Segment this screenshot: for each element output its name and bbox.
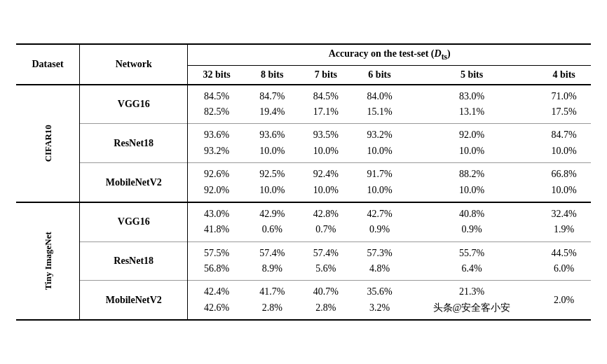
accuracy-cell: 57.5%56.8% <box>188 241 245 281</box>
accuracy-cell: 43.0%41.8% <box>188 202 245 241</box>
accuracy-cell: 66.8%10.0% <box>537 163 591 202</box>
bits-4: 4 bits <box>537 65 591 85</box>
accuracy-cell: 42.4%42.6% <box>188 281 245 320</box>
dataset-header: Dataset <box>16 44 80 85</box>
accuracy-cell: 88.2%10.0% <box>407 163 537 202</box>
accuracy-cell: 55.7%6.4% <box>407 241 537 281</box>
accuracy-cell: 93.6%93.2% <box>188 124 245 163</box>
bits-32: 32 bits <box>188 65 245 85</box>
accuracy-cell: 32.4%1.9% <box>537 202 591 241</box>
dataset-cell: CIFAR10 <box>16 85 80 202</box>
accuracy-cell: 42.9%0.6% <box>245 202 299 241</box>
accuracy-cell: 44.5%6.0% <box>537 241 591 281</box>
table-row: ResNet1857.5%56.8%57.4%8.9%57.4%5.6%57.3… <box>16 241 591 281</box>
accuracy-cell: 40.8%0.9% <box>407 202 537 241</box>
accuracy-header: Accuracy on the test-set (Dts) <box>188 44 591 65</box>
bits-7: 7 bits <box>299 65 353 85</box>
accuracy-cell: 84.0%15.1% <box>353 85 407 124</box>
accuracy-cell: 35.6%3.2% <box>353 281 407 320</box>
table-row: MobileNetV242.4%42.6%41.7%2.8%40.7%2.8%3… <box>16 281 591 320</box>
table-row: MobileNetV292.6%92.0%92.5%10.0%92.4%10.0… <box>16 163 591 202</box>
accuracy-cell: 40.7%2.8% <box>299 281 353 320</box>
table-wrapper: Dataset Network Accuracy on the test-set… <box>16 43 591 321</box>
network-header: Network <box>80 44 188 85</box>
accuracy-cell: 84.5%82.5% <box>188 85 245 124</box>
accuracy-cell: 84.7%19.4% <box>245 85 299 124</box>
network-cell: VGG16 <box>80 202 188 241</box>
accuracy-cell: 83.0%13.1% <box>407 85 537 124</box>
accuracy-cell: 42.7%0.9% <box>353 202 407 241</box>
accuracy-cell: 84.5%17.1% <box>299 85 353 124</box>
table-row: Tiny ImageNetVGG1643.0%41.8%42.9%0.6%42.… <box>16 202 591 241</box>
accuracy-cell: 93.5%10.0% <box>299 124 353 163</box>
bits-8: 8 bits <box>245 65 299 85</box>
accuracy-cell: 57.3%4.8% <box>353 241 407 281</box>
network-cell: MobileNetV2 <box>80 163 188 202</box>
bits-6: 6 bits <box>353 65 407 85</box>
accuracy-cell: 92.6%92.0% <box>188 163 245 202</box>
accuracy-cell: 21.3%头条@安全客小安 <box>407 281 537 320</box>
table-row: ResNet1893.6%93.2%93.6%10.0%93.5%10.0%93… <box>16 124 591 163</box>
network-cell: MobileNetV2 <box>80 281 188 320</box>
accuracy-cell: 2.0% <box>537 281 591 320</box>
accuracy-cell: 91.7%10.0% <box>353 163 407 202</box>
accuracy-cell: 92.5%10.0% <box>245 163 299 202</box>
dataset-cell: Tiny ImageNet <box>16 202 80 320</box>
bits-5: 5 bits <box>407 65 537 85</box>
accuracy-cell: 93.6%10.0% <box>245 124 299 163</box>
accuracy-cell: 92.4%10.0% <box>299 163 353 202</box>
network-cell: VGG16 <box>80 85 188 124</box>
accuracy-cell: 92.0%10.0% <box>407 124 537 163</box>
accuracy-cell: 41.7%2.8% <box>245 281 299 320</box>
accuracy-table: Dataset Network Accuracy on the test-set… <box>16 43 591 321</box>
network-cell: ResNet18 <box>80 124 188 163</box>
network-cell: ResNet18 <box>80 241 188 281</box>
header-row-1: Dataset Network Accuracy on the test-set… <box>16 44 591 65</box>
accuracy-cell: 57.4%5.6% <box>299 241 353 281</box>
table-row: CIFAR10VGG1684.5%82.5%84.7%19.4%84.5%17.… <box>16 85 591 124</box>
accuracy-cell: 84.7%10.0% <box>537 124 591 163</box>
accuracy-cell: 57.4%8.9% <box>245 241 299 281</box>
accuracy-cell: 93.2%10.0% <box>353 124 407 163</box>
accuracy-cell: 42.8%0.7% <box>299 202 353 241</box>
accuracy-cell: 71.0%17.5% <box>537 85 591 124</box>
